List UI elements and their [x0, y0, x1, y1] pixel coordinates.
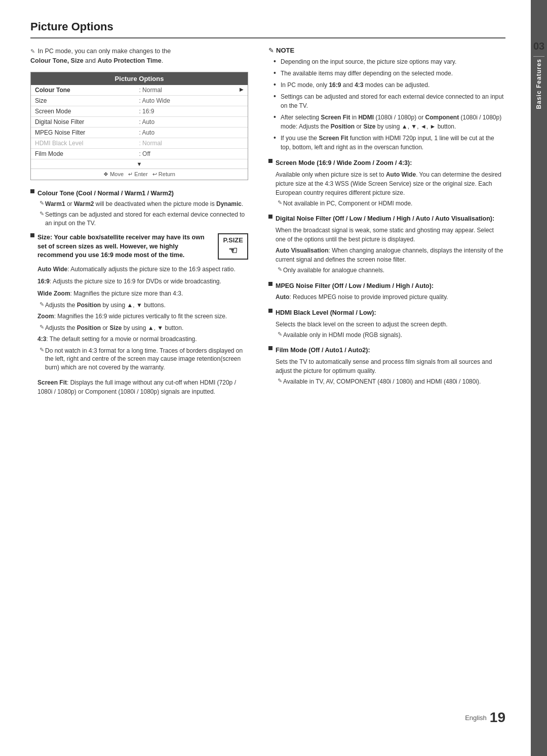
bullet-dot: •: [274, 69, 279, 77]
wide-zoom-sub: ✎ Adjusts the Position by using ▲, ▼ but…: [40, 301, 248, 310]
psize-badge: P.SIZE ☜: [218, 233, 248, 260]
bullet-dot: •: [274, 57, 279, 65]
colour-tone-section: Colour Tone (Cool / Normal / Warm1 / War…: [30, 189, 248, 228]
bullet-dot: •: [274, 80, 279, 89]
bullet-icon: [268, 346, 272, 350]
169-text: 16:9: Adjusts the picture size to 16:9 f…: [37, 277, 248, 286]
bullet-icon: [30, 233, 34, 237]
table-arrow-row: ▼: [31, 159, 248, 169]
note-section: ✎ NOTE • Depending on the input source, …: [268, 47, 505, 152]
table-header: Picture Options: [31, 72, 248, 85]
bullet-icon: [268, 159, 272, 163]
bullet-icon: [268, 309, 272, 313]
wide-zoom-text: Wide Zoom: Magnifies the picture size mo…: [37, 289, 248, 298]
pencil-icon: ✎: [268, 47, 274, 54]
psize-hand-icon: ☜: [223, 244, 243, 257]
note-item: • In PC mode, only 16:9 and 4:3 modes ca…: [274, 80, 505, 90]
zoom-text: Zoom: Magnifies the 16:9 wide pictures v…: [37, 312, 248, 321]
film-mode-section: Film Mode (Off / Auto1 / Auto2): Sets th…: [268, 346, 505, 386]
pencil-icon: ✎: [40, 324, 44, 330]
table-row: Digital Noise Filter : Auto: [31, 116, 248, 127]
pencil-icon: ✎: [40, 301, 44, 308]
note-item: • The available items may differ dependi…: [274, 69, 505, 78]
note-item: • After selecting Screen Fit in HDMI (10…: [274, 113, 505, 131]
pencil-icon: ✎: [40, 211, 44, 217]
table-row: HDMI Black Level : Normal: [31, 138, 248, 148]
pencil-icon: ✎: [40, 347, 44, 353]
intro-text: ✎ In PC mode, you can only make changes …: [30, 47, 248, 66]
bullet-icon: [268, 215, 272, 219]
note-item: • Depending on the input source, the pic…: [274, 57, 505, 66]
digital-noise-sub: ✎ Only available for analogue channels.: [278, 266, 505, 275]
mpeg-noise-section: MPEG Noise Filter (Off / Low / Medium / …: [268, 282, 505, 302]
chapter-label: Basic Features: [535, 59, 542, 109]
chapter-number: 03: [533, 40, 544, 52]
table-row: MPEG Noise Filter : Auto: [31, 127, 248, 138]
page-title: Picture Options: [30, 20, 505, 38]
zoom-sub: ✎ Adjusts the Position or Size by using …: [40, 324, 248, 332]
pencil-icon: ✎: [278, 266, 282, 273]
bullet-dot: •: [274, 92, 279, 100]
pencil-icon: ✎: [40, 200, 44, 206]
table-footer-row: ❖ Move ↵ Enter ↩ Return: [31, 169, 248, 180]
screen-mode-section: Screen Mode (16:9 / Wide Zoom / Zoom / 4…: [268, 159, 505, 207]
table-row: Screen Mode : 16:9: [31, 106, 248, 116]
table-row: Film Mode : Off: [31, 148, 248, 159]
note-item: • If you use the Screen Fit function wit…: [274, 134, 505, 152]
hdmi-black-section: HDMI Black Level (Normal / Low): Selects…: [268, 309, 505, 339]
page-footer: English 19: [30, 704, 505, 726]
digital-noise-section: Digital Noise Filter (Off / Low / Medium…: [268, 215, 505, 274]
bullet-dot: •: [274, 113, 279, 121]
pencil-icon: ✎: [30, 47, 35, 56]
table-row: Size : Auto Wide: [31, 95, 248, 106]
note-title: NOTE: [276, 47, 294, 54]
hdmi-black-sub: ✎ Available only in HDMI mode (RGB signa…: [278, 331, 505, 340]
screen-fit-section: Screen Fit: Displays the full image with…: [30, 378, 248, 396]
bullet-dot: •: [274, 134, 279, 142]
film-mode-sub: ✎ Available in TV, AV, COMPONENT (480i /…: [278, 377, 505, 386]
43-text: 4:3: The default setting for a movie or …: [37, 334, 248, 344]
43-sub: ✎ Do not watch in 4:3 format for a long …: [40, 347, 248, 372]
sidebar-divider: [533, 56, 544, 57]
section-title: P.SIZE ☜ Size: Your cable box/satellite …: [37, 233, 248, 263]
pencil-icon: ✎: [278, 199, 282, 206]
table-row: Colour Tone : Normal ▶: [31, 85, 248, 96]
picture-options-table: Picture Options Colour Tone : Normal ▶ S…: [30, 72, 248, 180]
pencil-icon: ✎: [278, 331, 282, 338]
size-section: P.SIZE ☜ Size: Your cable box/satellite …: [30, 233, 248, 372]
auto-wide-text: Auto Wide: Automatically adjusts the pic…: [37, 265, 248, 274]
footer-number: 19: [490, 709, 505, 726]
chapter-sidebar: 03 Basic Features: [531, 0, 547, 756]
section-title: Colour Tone (Cool / Normal / Warm1 / War…: [37, 189, 174, 198]
footer-english: English: [465, 714, 487, 722]
screen-mode-sub: ✎ Not available in PC, Component or HDMI…: [278, 199, 505, 208]
bullet-icon: [268, 282, 272, 286]
sub-item: ✎ Warm1 or Warm2 will be deactivated whe…: [40, 200, 248, 208]
note-item: • Settings can be adjusted and stored fo…: [274, 92, 505, 110]
pencil-icon: ✎: [278, 377, 282, 384]
sub-item: ✎ Settings can be adjusted and stored fo…: [40, 211, 248, 228]
bullet-icon: [30, 189, 34, 193]
options-rows: Colour Tone : Normal ▶ Size : Auto Wide …: [31, 85, 248, 180]
